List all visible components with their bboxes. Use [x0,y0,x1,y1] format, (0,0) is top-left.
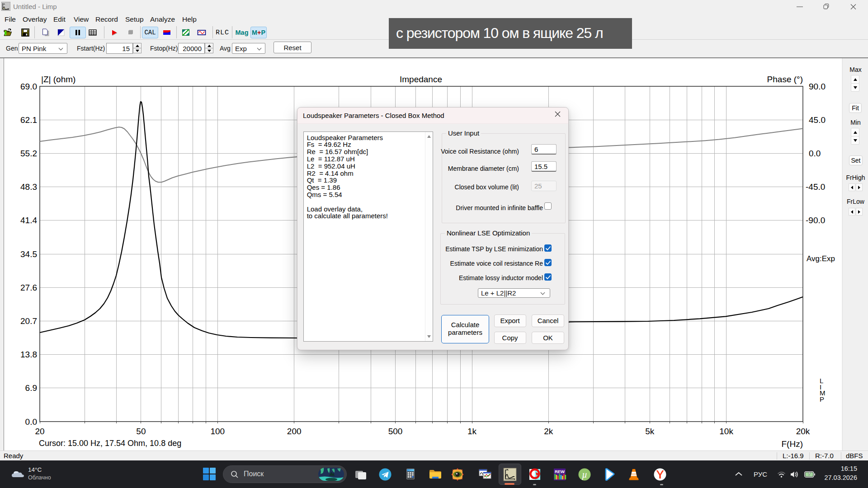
svg-text:62.1: 62.1 [20,115,37,125]
svg-text:20k: 20k [796,427,810,436]
svg-text:|Z| (ohm): |Z| (ohm) [41,75,75,84]
svg-text:20: 20 [35,427,44,436]
svg-text:-90.0: -90.0 [806,216,825,225]
svg-text:0.0: 0.0 [809,149,821,158]
svg-text:34.5: 34.5 [20,249,37,259]
svg-text:5k: 5k [645,427,655,436]
svg-text:10k: 10k [719,427,733,436]
svg-text:200: 200 [287,427,302,436]
svg-text:Avg:Exp: Avg:Exp [807,254,835,263]
svg-text:P: P [820,395,824,403]
svg-text:REW: REW [555,469,565,474]
svg-text:Phase (°): Phase (°) [767,75,803,84]
svg-text:100: 100 [210,427,225,436]
svg-text:55.2: 55.2 [20,149,37,158]
svg-text:48.3: 48.3 [20,182,37,192]
svg-text:µ: µ [582,469,587,480]
svg-text:Cursor: 15.00 Hz, 17.54 Ohm, 1: Cursor: 15.00 Hz, 17.54 Ohm, 10.8 deg [39,439,181,448]
svg-text:0.0: 0.0 [25,417,37,427]
svg-text:69.0: 69.0 [20,82,37,91]
svg-text:41.4: 41.4 [20,216,37,225]
svg-text:500: 500 [388,427,403,436]
svg-text:6.9: 6.9 [25,383,37,393]
svg-text:90.0: 90.0 [809,82,826,91]
svg-text:-45.0: -45.0 [806,182,825,192]
svg-text:20.7: 20.7 [20,316,37,326]
svg-text:27.6: 27.6 [20,283,37,292]
svg-text:Impedance: Impedance [400,75,442,84]
svg-text:13.8: 13.8 [20,350,37,359]
svg-text:1k: 1k [467,427,477,436]
svg-text:F(Hz): F(Hz) [782,439,803,449]
svg-text:50: 50 [136,427,146,436]
svg-text:45.0: 45.0 [809,115,826,125]
svg-text:2k: 2k [544,427,553,436]
